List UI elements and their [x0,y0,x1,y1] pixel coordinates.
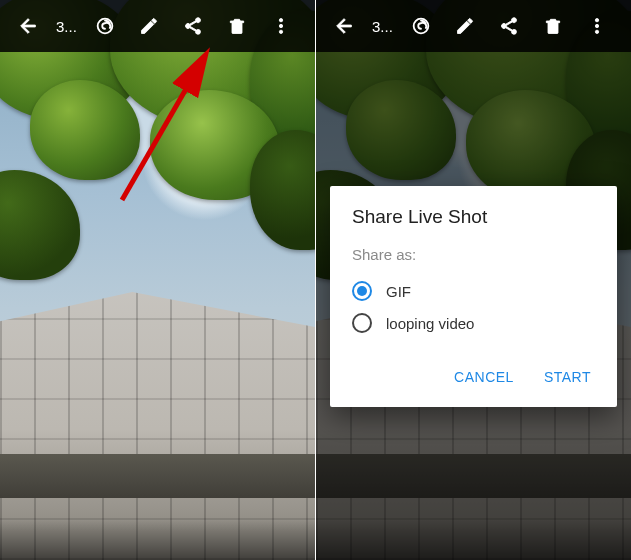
delete-button[interactable] [217,6,257,46]
radio-selected-icon [352,281,372,301]
svg-point-7 [595,24,598,27]
svg-point-3 [279,30,282,33]
dialog-actions: CANCEL START [352,355,595,399]
screen-left: 3... [0,0,315,560]
cancel-button[interactable]: CANCEL [450,363,518,391]
share-icon [183,16,203,36]
swirl-icon [410,15,432,37]
share-button[interactable] [173,6,213,46]
arrow-left-icon [333,15,355,37]
radio-unselected-icon [352,313,372,333]
pencil-icon [455,16,475,36]
dialog-title: Share Live Shot [352,206,595,228]
arrow-left-icon [17,15,39,37]
photo-leaves [0,0,315,560]
edit-button[interactable] [129,6,169,46]
share-button[interactable] [489,6,529,46]
bottom-gradient [0,520,315,560]
toolbar-counter: 3... [368,18,397,35]
top-toolbar: 3... [316,0,631,52]
delete-button[interactable] [533,6,573,46]
trash-icon [543,16,563,36]
option-label: GIF [386,283,411,300]
toolbar-counter: 3... [52,18,81,35]
share-icon [499,16,519,36]
svg-point-6 [595,19,598,22]
back-button[interactable] [324,6,364,46]
overflow-button[interactable] [261,6,301,46]
more-vert-icon [587,16,607,36]
dialog-subtitle: Share as: [352,246,595,263]
option-looping-video[interactable]: looping video [352,307,595,339]
share-live-shot-dialog: Share Live Shot Share as: GIF looping vi… [330,186,617,407]
svg-point-8 [595,30,598,33]
svg-point-1 [279,19,282,22]
trash-icon [227,16,247,36]
swirl-icon [94,15,116,37]
auto-enhance-button[interactable] [85,6,125,46]
back-button[interactable] [8,6,48,46]
edit-button[interactable] [445,6,485,46]
svg-point-2 [279,24,282,27]
option-gif[interactable]: GIF [352,275,595,307]
auto-enhance-button[interactable] [401,6,441,46]
overflow-button[interactable] [577,6,617,46]
top-toolbar: 3... [0,0,315,52]
pencil-icon [139,16,159,36]
photo-background [0,0,315,560]
screen-right: 3... Share Live Shot Share as: GIF loopi… [316,0,631,560]
start-button[interactable]: START [540,363,595,391]
more-vert-icon [271,16,291,36]
option-label: looping video [386,315,474,332]
